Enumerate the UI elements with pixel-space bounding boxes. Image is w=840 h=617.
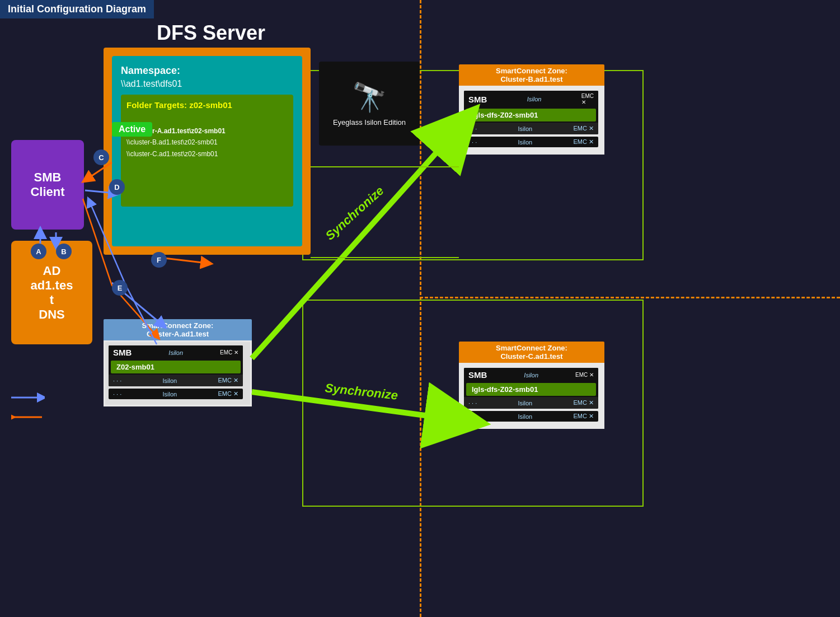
namespace-label: Namespace: [121, 65, 293, 77]
server-c-unit-2: · · · Isilon EMC ✕ [464, 411, 598, 422]
smartconnect-b-inner: SMB Isilon EMC✕ lgls-dfs-Z02-smb01 · · ·… [459, 86, 604, 155]
server-b-unit-1: SMB Isilon EMC✕ lgls-dfs-Z02-smb01 · · ·… [464, 91, 598, 134]
title-bar: Initial Configuration Diagram [0, 0, 154, 18]
smartconnect-cluster-b: SmartConnect Zone:Cluster-B.ad1.test SMB… [459, 64, 604, 155]
eyeglass-box: 🔭 Eyeglass Isilon Edition [319, 62, 420, 146]
title-text: Initial Configuration Diagram [8, 3, 146, 15]
smartconnect-b-label: SmartConnect Zone:Cluster-B.ad1.test [459, 64, 604, 86]
folder-target-line-2: \\cluster-B.ad1.test\z02-smb01 [126, 137, 288, 148]
smartconnect-a-label: SmartConnect Zone:Cluster-A.ad1.test [104, 319, 252, 340]
ad-dns-box: ADad1.testDNS [11, 241, 92, 344]
folder-targets-box: Folder Targets: z02-smb01 *\\cluster-A.a… [121, 95, 293, 207]
server-b-share: lgls-dfs-Z02-smb01 [466, 109, 596, 121]
circle-f: F [151, 252, 167, 268]
server-b-unit-2: · · · Isilon EMC ✕ [464, 137, 598, 147]
smartconnect-a-inner: SMB Isilon EMC ✕ Z02-smb01 · · · Isilon … [104, 340, 252, 406]
folder-target-line-3: \\cluster-C.ad1.test\z02-smb01 [126, 148, 288, 160]
dfs-server-label: DFS Server [157, 21, 265, 45]
active-badge: Active [112, 122, 152, 137]
namespace-path: \\ad1.test\dfs01 [121, 79, 293, 89]
circle-a: A [31, 244, 46, 259]
server-c-share: lgls-dfs-Z02-smb01 [466, 383, 596, 396]
server-a-unit-1: SMB Isilon EMC ✕ Z02-smb01 · · · Isilon … [109, 345, 243, 386]
server-c-smb: SMB [468, 370, 487, 380]
circle-e: E [112, 280, 128, 296]
ad-dns-label: ADad1.testDNS [31, 264, 73, 322]
smb-client-label: SMBClient [30, 170, 64, 199]
eyeglass-label: Eyeglass Isilon Edition [333, 118, 406, 127]
legend-arrow-blue [11, 392, 45, 405]
smartconnect-c-inner: SMB Isilon EMC ✕ lgls-dfs-Z02-smb01 · · … [459, 363, 604, 429]
circle-b: B [56, 244, 72, 259]
server-b-isilon: Isilon [527, 96, 542, 102]
eyeglass-icon: 🔭 [352, 81, 387, 114]
namespace-box: Namespace: \\ad1.test\dfs01 Folder Targe… [112, 56, 302, 246]
server-b-smb: SMB [468, 95, 487, 104]
smartconnect-cluster-a: SmartConnect Zone:Cluster-A.ad1.test SMB… [104, 319, 252, 406]
folder-targets-title: Folder Targets: z02-smb01 [126, 100, 288, 110]
smartconnect-cluster-c: SmartConnect Zone:Cluster-C.ad1.test SMB… [459, 342, 604, 429]
smb-client-box: SMBClient [11, 140, 84, 230]
server-b-emc: EMC✕ [581, 93, 594, 105]
circle-c: C [93, 149, 109, 165]
server-a-smb: SMB [113, 348, 132, 357]
server-a-share: Z02-smb01 [111, 361, 241, 373]
smartconnect-c-label: SmartConnect Zone:Cluster-C.ad1.test [459, 342, 604, 363]
server-a-unit-2: · · · Isilon EMC ✕ [109, 389, 243, 399]
circle-d: D [109, 179, 125, 195]
legend-arrow-orange [11, 412, 45, 425]
server-c-unit-1: SMB Isilon EMC ✕ lgls-dfs-Z02-smb01 · · … [464, 368, 598, 409]
dotted-horizontal-line [420, 297, 840, 298]
